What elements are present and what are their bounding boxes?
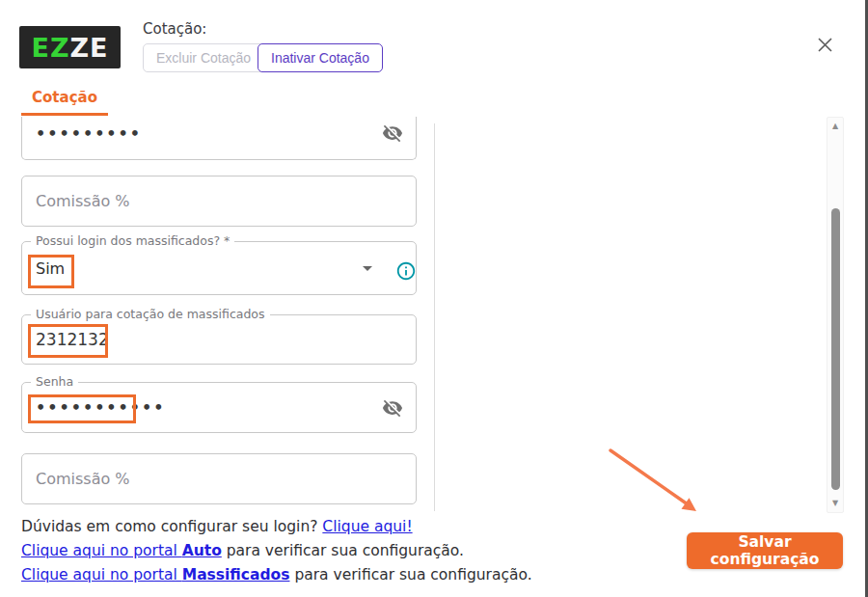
eye-off-icon: [382, 122, 403, 144]
logo-text-white: ZE: [70, 33, 109, 63]
portal-auto-line: Clique aqui no portal Auto para verifica…: [21, 542, 464, 559]
portal-massificados-rest: para verificar sua configuração.: [289, 566, 531, 583]
portal-auto-rest: para verificar sua configuração.: [222, 542, 464, 559]
password-top-field[interactable]: •••••••••: [21, 117, 417, 160]
section-label: Cotação:: [143, 20, 206, 38]
scrollbar-thumb[interactable]: [831, 208, 840, 490]
chevron-down-icon: [356, 257, 379, 280]
comissao-input-1[interactable]: [22, 192, 416, 210]
senha-visibility-toggle[interactable]: [381, 396, 404, 420]
comissao-field-2[interactable]: [21, 453, 417, 504]
eye-off-icon: [382, 397, 403, 419]
help-link[interactable]: Clique aqui!: [322, 518, 412, 535]
portal-auto-link[interactable]: Clique aqui no portal Auto: [21, 542, 222, 559]
scrollbar[interactable]: ▲ ▼: [827, 117, 844, 513]
close-button[interactable]: [813, 35, 836, 58]
senha-label: Senha: [31, 374, 78, 389]
senha-masked-value: •••••••••••: [22, 398, 416, 417]
help-line-text: Dúvidas em como configurar seu login?: [21, 518, 322, 535]
usuario-massificados-label: Usuário para cotação de massificados: [31, 307, 270, 321]
password-top-visibility-toggle[interactable]: [381, 122, 404, 145]
portal-massificados-line: Clique aqui no portal Massificados para …: [21, 566, 532, 583]
salvar-configuracao-button[interactable]: Salvar configuração: [687, 532, 843, 569]
portal-auto-link-bold: Auto: [182, 542, 222, 559]
massificados-select-field[interactable]: Possui login dos massificados? * Sim: [21, 241, 417, 295]
annotation-arrow: [596, 437, 712, 529]
close-icon: [817, 37, 833, 57]
ezze-logo: EZZE: [19, 26, 121, 68]
panel-divider: [434, 123, 435, 511]
scrollbar-down-arrow[interactable]: ▼: [827, 499, 843, 508]
password-top-masked-value: •••••••••: [22, 124, 416, 143]
help-line: Dúvidas em como configurar seu login? Cl…: [21, 518, 413, 535]
inativar-cotacao-button[interactable]: Inativar Cotação: [258, 43, 383, 72]
info-icon: [395, 260, 417, 282]
massificados-info-button[interactable]: [395, 260, 417, 282]
scrollbar-up-arrow[interactable]: ▲: [827, 122, 843, 131]
senha-field[interactable]: Senha •••••••••••: [21, 382, 417, 433]
portal-massificados-link-text: Clique aqui no portal: [21, 566, 182, 583]
excluir-cotacao-button[interactable]: Excluir Cotação: [143, 43, 264, 72]
usuario-massificados-input[interactable]: [22, 330, 416, 349]
tab-cotacao[interactable]: Cotação: [21, 89, 108, 106]
comissao-field-1[interactable]: [21, 176, 417, 227]
portal-auto-link-text: Clique aqui no portal: [21, 542, 182, 559]
portal-massificados-link-bold: Massificados: [182, 566, 290, 583]
comissao-input-2[interactable]: [22, 470, 416, 488]
usuario-massificados-field[interactable]: Usuário para cotação de massificados: [21, 314, 417, 365]
logo-text-green: EZ: [31, 33, 69, 63]
massificados-select-value: Sim: [22, 259, 65, 278]
tab-active-underline: [21, 113, 108, 116]
massificados-select-label: Possui login dos massificados? *: [31, 233, 234, 248]
select-dropdown-button[interactable]: [356, 257, 379, 280]
portal-massificados-link[interactable]: Clique aqui no portal Massificados: [21, 566, 289, 583]
